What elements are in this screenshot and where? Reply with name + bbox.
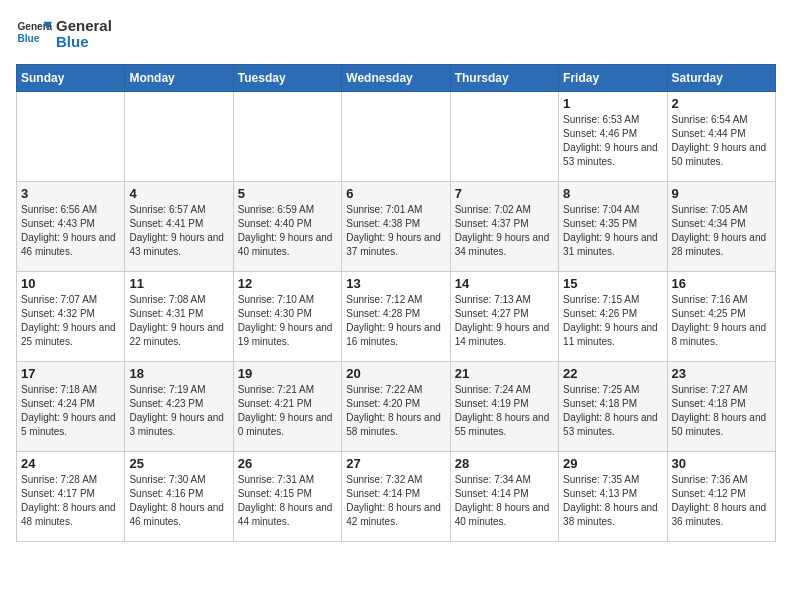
calendar-cell: 24Sunrise: 7:28 AM Sunset: 4:17 PM Dayli… [17, 452, 125, 542]
day-info: Sunrise: 6:59 AM Sunset: 4:40 PM Dayligh… [238, 203, 337, 259]
calendar-header-row: SundayMondayTuesdayWednesdayThursdayFrid… [17, 65, 776, 92]
day-number: 24 [21, 456, 120, 471]
calendar-cell: 11Sunrise: 7:08 AM Sunset: 4:31 PM Dayli… [125, 272, 233, 362]
day-number: 9 [672, 186, 771, 201]
day-info: Sunrise: 7:31 AM Sunset: 4:15 PM Dayligh… [238, 473, 337, 529]
day-info: Sunrise: 7:08 AM Sunset: 4:31 PM Dayligh… [129, 293, 228, 349]
day-number: 3 [21, 186, 120, 201]
calendar-cell: 14Sunrise: 7:13 AM Sunset: 4:27 PM Dayli… [450, 272, 558, 362]
day-info: Sunrise: 7:28 AM Sunset: 4:17 PM Dayligh… [21, 473, 120, 529]
day-number: 1 [563, 96, 662, 111]
day-number: 30 [672, 456, 771, 471]
calendar-cell: 30Sunrise: 7:36 AM Sunset: 4:12 PM Dayli… [667, 452, 775, 542]
calendar-cell: 26Sunrise: 7:31 AM Sunset: 4:15 PM Dayli… [233, 452, 341, 542]
calendar-week-row: 24Sunrise: 7:28 AM Sunset: 4:17 PM Dayli… [17, 452, 776, 542]
day-number: 16 [672, 276, 771, 291]
day-info: Sunrise: 7:07 AM Sunset: 4:32 PM Dayligh… [21, 293, 120, 349]
logo-line2: Blue [56, 34, 112, 51]
calendar-cell: 7Sunrise: 7:02 AM Sunset: 4:37 PM Daylig… [450, 182, 558, 272]
day-info: Sunrise: 7:32 AM Sunset: 4:14 PM Dayligh… [346, 473, 445, 529]
calendar-cell: 19Sunrise: 7:21 AM Sunset: 4:21 PM Dayli… [233, 362, 341, 452]
day-number: 22 [563, 366, 662, 381]
weekday-header-friday: Friday [559, 65, 667, 92]
calendar-cell: 16Sunrise: 7:16 AM Sunset: 4:25 PM Dayli… [667, 272, 775, 362]
day-info: Sunrise: 7:02 AM Sunset: 4:37 PM Dayligh… [455, 203, 554, 259]
weekday-header-sunday: Sunday [17, 65, 125, 92]
logo: General Blue General Blue [16, 16, 112, 52]
day-number: 12 [238, 276, 337, 291]
day-number: 26 [238, 456, 337, 471]
calendar-cell: 27Sunrise: 7:32 AM Sunset: 4:14 PM Dayli… [342, 452, 450, 542]
day-info: Sunrise: 7:22 AM Sunset: 4:20 PM Dayligh… [346, 383, 445, 439]
calendar-cell: 5Sunrise: 6:59 AM Sunset: 4:40 PM Daylig… [233, 182, 341, 272]
day-info: Sunrise: 7:27 AM Sunset: 4:18 PM Dayligh… [672, 383, 771, 439]
calendar-cell [450, 92, 558, 182]
calendar-cell: 23Sunrise: 7:27 AM Sunset: 4:18 PM Dayli… [667, 362, 775, 452]
day-number: 6 [346, 186, 445, 201]
day-number: 23 [672, 366, 771, 381]
weekday-header-monday: Monday [125, 65, 233, 92]
calendar-cell: 22Sunrise: 7:25 AM Sunset: 4:18 PM Dayli… [559, 362, 667, 452]
calendar-cell: 9Sunrise: 7:05 AM Sunset: 4:34 PM Daylig… [667, 182, 775, 272]
calendar-cell: 25Sunrise: 7:30 AM Sunset: 4:16 PM Dayli… [125, 452, 233, 542]
day-number: 11 [129, 276, 228, 291]
calendar-cell: 21Sunrise: 7:24 AM Sunset: 4:19 PM Dayli… [450, 362, 558, 452]
day-number: 14 [455, 276, 554, 291]
calendar-cell: 4Sunrise: 6:57 AM Sunset: 4:41 PM Daylig… [125, 182, 233, 272]
day-number: 20 [346, 366, 445, 381]
day-number: 25 [129, 456, 228, 471]
svg-text:Blue: Blue [17, 33, 39, 44]
day-info: Sunrise: 7:25 AM Sunset: 4:18 PM Dayligh… [563, 383, 662, 439]
day-info: Sunrise: 7:04 AM Sunset: 4:35 PM Dayligh… [563, 203, 662, 259]
logo-line1: General [56, 18, 112, 35]
calendar-cell: 18Sunrise: 7:19 AM Sunset: 4:23 PM Dayli… [125, 362, 233, 452]
day-info: Sunrise: 7:21 AM Sunset: 4:21 PM Dayligh… [238, 383, 337, 439]
day-info: Sunrise: 7:12 AM Sunset: 4:28 PM Dayligh… [346, 293, 445, 349]
day-number: 7 [455, 186, 554, 201]
day-info: Sunrise: 7:24 AM Sunset: 4:19 PM Dayligh… [455, 383, 554, 439]
day-info: Sunrise: 7:34 AM Sunset: 4:14 PM Dayligh… [455, 473, 554, 529]
weekday-header-thursday: Thursday [450, 65, 558, 92]
calendar-week-row: 3Sunrise: 6:56 AM Sunset: 4:43 PM Daylig… [17, 182, 776, 272]
day-number: 8 [563, 186, 662, 201]
day-number: 17 [21, 366, 120, 381]
calendar-cell: 12Sunrise: 7:10 AM Sunset: 4:30 PM Dayli… [233, 272, 341, 362]
day-info: Sunrise: 7:10 AM Sunset: 4:30 PM Dayligh… [238, 293, 337, 349]
page-header: General Blue General Blue [16, 16, 776, 52]
day-number: 29 [563, 456, 662, 471]
calendar-cell: 1Sunrise: 6:53 AM Sunset: 4:46 PM Daylig… [559, 92, 667, 182]
day-info: Sunrise: 7:30 AM Sunset: 4:16 PM Dayligh… [129, 473, 228, 529]
day-number: 4 [129, 186, 228, 201]
day-info: Sunrise: 6:54 AM Sunset: 4:44 PM Dayligh… [672, 113, 771, 169]
calendar: SundayMondayTuesdayWednesdayThursdayFrid… [16, 64, 776, 542]
day-number: 28 [455, 456, 554, 471]
day-info: Sunrise: 6:56 AM Sunset: 4:43 PM Dayligh… [21, 203, 120, 259]
day-number: 5 [238, 186, 337, 201]
calendar-cell: 29Sunrise: 7:35 AM Sunset: 4:13 PM Dayli… [559, 452, 667, 542]
weekday-header-wednesday: Wednesday [342, 65, 450, 92]
day-info: Sunrise: 6:53 AM Sunset: 4:46 PM Dayligh… [563, 113, 662, 169]
calendar-week-row: 1Sunrise: 6:53 AM Sunset: 4:46 PM Daylig… [17, 92, 776, 182]
day-info: Sunrise: 7:19 AM Sunset: 4:23 PM Dayligh… [129, 383, 228, 439]
day-number: 13 [346, 276, 445, 291]
calendar-cell: 10Sunrise: 7:07 AM Sunset: 4:32 PM Dayli… [17, 272, 125, 362]
day-info: Sunrise: 7:36 AM Sunset: 4:12 PM Dayligh… [672, 473, 771, 529]
calendar-cell: 8Sunrise: 7:04 AM Sunset: 4:35 PM Daylig… [559, 182, 667, 272]
calendar-cell: 17Sunrise: 7:18 AM Sunset: 4:24 PM Dayli… [17, 362, 125, 452]
day-number: 10 [21, 276, 120, 291]
day-number: 19 [238, 366, 337, 381]
calendar-cell: 20Sunrise: 7:22 AM Sunset: 4:20 PM Dayli… [342, 362, 450, 452]
calendar-cell: 13Sunrise: 7:12 AM Sunset: 4:28 PM Dayli… [342, 272, 450, 362]
day-info: Sunrise: 6:57 AM Sunset: 4:41 PM Dayligh… [129, 203, 228, 259]
day-info: Sunrise: 7:35 AM Sunset: 4:13 PM Dayligh… [563, 473, 662, 529]
calendar-cell [125, 92, 233, 182]
day-number: 2 [672, 96, 771, 111]
calendar-cell: 28Sunrise: 7:34 AM Sunset: 4:14 PM Dayli… [450, 452, 558, 542]
weekday-header-tuesday: Tuesday [233, 65, 341, 92]
calendar-cell: 6Sunrise: 7:01 AM Sunset: 4:38 PM Daylig… [342, 182, 450, 272]
calendar-cell [233, 92, 341, 182]
calendar-week-row: 17Sunrise: 7:18 AM Sunset: 4:24 PM Dayli… [17, 362, 776, 452]
calendar-cell: 3Sunrise: 6:56 AM Sunset: 4:43 PM Daylig… [17, 182, 125, 272]
day-info: Sunrise: 7:15 AM Sunset: 4:26 PM Dayligh… [563, 293, 662, 349]
weekday-header-saturday: Saturday [667, 65, 775, 92]
